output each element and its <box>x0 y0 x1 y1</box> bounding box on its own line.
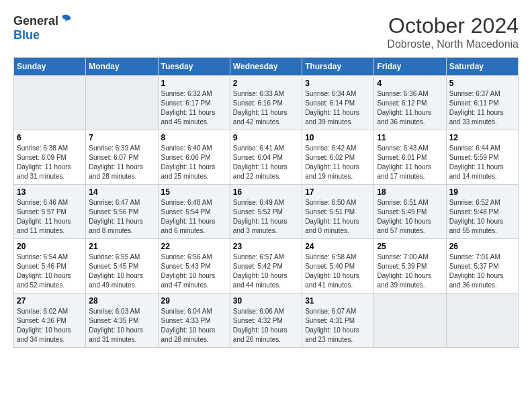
calendar-day-cell: 7Sunrise: 6:39 AMSunset: 6:07 PMDaylight… <box>86 130 158 185</box>
day-number: 18 <box>377 187 443 197</box>
day-info: Sunrise: 6:52 AMSunset: 5:48 PMDaylight:… <box>449 198 515 236</box>
day-info: Sunrise: 6:04 AMSunset: 4:33 PMDaylight:… <box>161 307 227 345</box>
calendar-day-cell: 22Sunrise: 6:56 AMSunset: 5:43 PMDayligh… <box>158 239 230 293</box>
day-number: 26 <box>449 242 515 251</box>
day-info: Sunrise: 6:50 AMSunset: 5:51 PMDaylight:… <box>305 198 371 236</box>
calendar-day-cell: 29Sunrise: 6:04 AMSunset: 4:33 PMDayligh… <box>158 293 230 348</box>
day-number: 29 <box>161 296 227 306</box>
day-number: 14 <box>89 187 154 197</box>
logo-general: General <box>13 14 58 28</box>
day-info: Sunrise: 7:00 AMSunset: 5:39 PMDaylight:… <box>377 253 443 290</box>
day-number: 12 <box>449 133 515 142</box>
calendar-day-cell: 28Sunrise: 6:03 AMSunset: 4:35 PMDayligh… <box>86 293 158 348</box>
calendar-day-cell: 19Sunrise: 6:52 AMSunset: 5:48 PMDayligh… <box>446 185 518 239</box>
day-number: 4 <box>377 79 443 88</box>
calendar-day-cell: 14Sunrise: 6:47 AMSunset: 5:56 PMDayligh… <box>86 185 158 239</box>
day-number: 27 <box>17 296 83 306</box>
calendar-day-cell: 13Sunrise: 6:46 AMSunset: 5:57 PMDayligh… <box>14 185 86 239</box>
day-info: Sunrise: 6:57 AMSunset: 5:42 PMDaylight:… <box>233 253 299 290</box>
location-title: Dobroste, North Macedonia <box>387 38 519 50</box>
calendar-day-cell: 20Sunrise: 6:54 AMSunset: 5:46 PMDayligh… <box>14 239 86 293</box>
calendar-day-cell: 8Sunrise: 6:40 AMSunset: 6:06 PMDaylight… <box>158 130 230 185</box>
calendar-day-cell: 17Sunrise: 6:50 AMSunset: 5:51 PMDayligh… <box>302 185 374 239</box>
calendar-day-cell <box>14 76 86 130</box>
day-info: Sunrise: 6:40 AMSunset: 6:06 PMDaylight:… <box>161 144 227 181</box>
calendar-day-cell: 27Sunrise: 6:02 AMSunset: 4:36 PMDayligh… <box>14 293 86 348</box>
weekday-header-saturday: Saturday <box>446 58 518 76</box>
calendar-day-cell: 10Sunrise: 6:42 AMSunset: 6:02 PMDayligh… <box>302 130 374 185</box>
weekday-header-friday: Friday <box>374 58 446 76</box>
month-title: October 2024 <box>387 13 519 38</box>
day-number: 13 <box>17 187 83 197</box>
calendar-day-cell: 3Sunrise: 6:34 AMSunset: 6:14 PMDaylight… <box>302 76 374 130</box>
day-number: 6 <box>17 133 83 142</box>
logo: General Blue <box>13 13 72 42</box>
day-number: 20 <box>17 242 83 251</box>
calendar-day-cell: 2Sunrise: 6:33 AMSunset: 6:16 PMDaylight… <box>230 76 302 130</box>
calendar-day-cell <box>86 76 158 130</box>
day-number: 7 <box>89 133 154 142</box>
calendar-day-cell: 4Sunrise: 6:36 AMSunset: 6:12 PMDaylight… <box>374 76 446 130</box>
day-number: 8 <box>161 133 227 142</box>
day-number: 1 <box>161 79 227 88</box>
day-number: 11 <box>377 133 443 142</box>
title-area: October 2024 Dobroste, North Macedonia <box>387 13 519 50</box>
day-info: Sunrise: 6:43 AMSunset: 6:01 PMDaylight:… <box>377 144 443 181</box>
calendar-day-cell: 5Sunrise: 6:37 AMSunset: 6:11 PMDaylight… <box>446 76 518 130</box>
day-info: Sunrise: 6:33 AMSunset: 6:16 PMDaylight:… <box>233 89 299 127</box>
day-info: Sunrise: 6:37 AMSunset: 6:11 PMDaylight:… <box>449 89 515 127</box>
day-info: Sunrise: 6:51 AMSunset: 5:49 PMDaylight:… <box>377 198 443 236</box>
day-info: Sunrise: 6:49 AMSunset: 5:52 PMDaylight:… <box>233 198 299 236</box>
day-number: 19 <box>449 187 515 197</box>
day-info: Sunrise: 6:34 AMSunset: 6:14 PMDaylight:… <box>305 89 371 127</box>
calendar-day-cell: 15Sunrise: 6:48 AMSunset: 5:54 PMDayligh… <box>158 185 230 239</box>
calendar-day-cell: 12Sunrise: 6:44 AMSunset: 5:59 PMDayligh… <box>446 130 518 185</box>
calendar-day-cell: 11Sunrise: 6:43 AMSunset: 6:01 PMDayligh… <box>374 130 446 185</box>
calendar-day-cell: 16Sunrise: 6:49 AMSunset: 5:52 PMDayligh… <box>230 185 302 239</box>
calendar-week-row: 6Sunrise: 6:38 AMSunset: 6:09 PMDaylight… <box>14 130 519 185</box>
logo-bird-icon <box>60 13 72 28</box>
calendar-day-cell: 18Sunrise: 6:51 AMSunset: 5:49 PMDayligh… <box>374 185 446 239</box>
calendar-day-cell: 9Sunrise: 6:41 AMSunset: 6:04 PMDaylight… <box>230 130 302 185</box>
day-number: 15 <box>161 187 227 197</box>
day-info: Sunrise: 6:44 AMSunset: 5:59 PMDaylight:… <box>449 144 515 181</box>
day-info: Sunrise: 6:58 AMSunset: 5:40 PMDaylight:… <box>305 253 371 290</box>
calendar-day-cell: 21Sunrise: 6:55 AMSunset: 5:45 PMDayligh… <box>86 239 158 293</box>
calendar-day-cell: 31Sunrise: 6:07 AMSunset: 4:31 PMDayligh… <box>302 293 374 348</box>
day-number: 10 <box>305 133 371 142</box>
day-number: 17 <box>305 187 371 197</box>
calendar-day-cell: 6Sunrise: 6:38 AMSunset: 6:09 PMDaylight… <box>14 130 86 185</box>
day-info: Sunrise: 6:55 AMSunset: 5:45 PMDaylight:… <box>89 253 154 290</box>
calendar-day-cell: 24Sunrise: 6:58 AMSunset: 5:40 PMDayligh… <box>302 239 374 293</box>
calendar-week-row: 20Sunrise: 6:54 AMSunset: 5:46 PMDayligh… <box>14 239 519 293</box>
day-info: Sunrise: 6:39 AMSunset: 6:07 PMDaylight:… <box>89 144 154 181</box>
day-info: Sunrise: 7:01 AMSunset: 5:37 PMDaylight:… <box>449 253 515 290</box>
weekday-header-row: SundayMondayTuesdayWednesdayThursdayFrid… <box>14 58 519 76</box>
day-number: 16 <box>233 187 299 197</box>
day-info: Sunrise: 6:41 AMSunset: 6:04 PMDaylight:… <box>233 144 299 181</box>
day-info: Sunrise: 6:07 AMSunset: 4:31 PMDaylight:… <box>305 307 371 345</box>
weekday-header-thursday: Thursday <box>302 58 374 76</box>
day-info: Sunrise: 6:54 AMSunset: 5:46 PMDaylight:… <box>17 253 83 290</box>
calendar-day-cell: 23Sunrise: 6:57 AMSunset: 5:42 PMDayligh… <box>230 239 302 293</box>
day-number: 23 <box>233 242 299 251</box>
calendar-day-cell: 25Sunrise: 7:00 AMSunset: 5:39 PMDayligh… <box>374 239 446 293</box>
day-info: Sunrise: 6:48 AMSunset: 5:54 PMDaylight:… <box>161 198 227 236</box>
weekday-header-monday: Monday <box>86 58 158 76</box>
header: General Blue October 2024 Dobroste, Nort… <box>13 13 519 50</box>
day-info: Sunrise: 6:32 AMSunset: 6:17 PMDaylight:… <box>161 89 227 127</box>
day-info: Sunrise: 6:03 AMSunset: 4:35 PMDaylight:… <box>89 307 154 345</box>
day-number: 5 <box>449 79 515 88</box>
calendar-week-row: 13Sunrise: 6:46 AMSunset: 5:57 PMDayligh… <box>14 185 519 239</box>
day-info: Sunrise: 6:46 AMSunset: 5:57 PMDaylight:… <box>17 198 83 236</box>
day-info: Sunrise: 6:42 AMSunset: 6:02 PMDaylight:… <box>305 144 371 181</box>
weekday-header-tuesday: Tuesday <box>158 58 230 76</box>
day-number: 25 <box>377 242 443 251</box>
day-number: 22 <box>161 242 227 251</box>
calendar-week-row: 27Sunrise: 6:02 AMSunset: 4:36 PMDayligh… <box>14 293 519 348</box>
day-info: Sunrise: 6:38 AMSunset: 6:09 PMDaylight:… <box>17 144 83 181</box>
day-number: 9 <box>233 133 299 142</box>
day-number: 3 <box>305 79 371 88</box>
calendar-day-cell <box>374 293 446 348</box>
calendar: SundayMondayTuesdayWednesdayThursdayFrid… <box>13 57 519 348</box>
